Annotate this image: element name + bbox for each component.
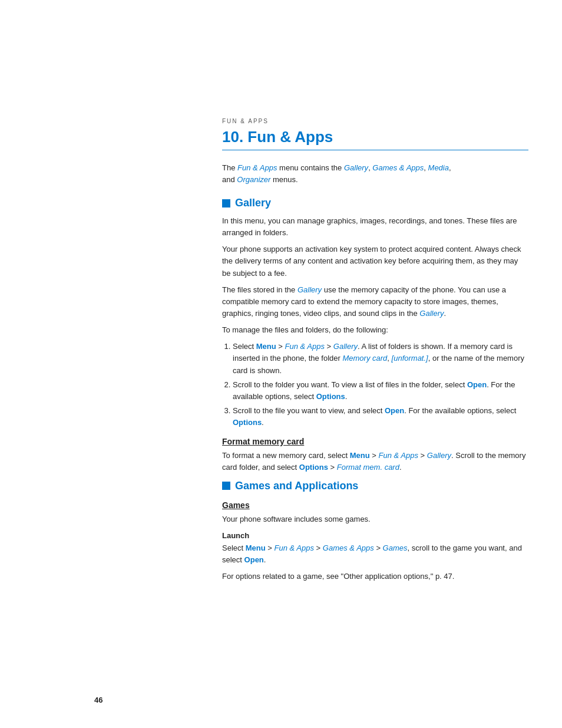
gallery-list: Select Menu > Fun & Apps > Gallery. A li… bbox=[233, 341, 528, 429]
li3-open[interactable]: Open bbox=[385, 406, 404, 415]
gallery-heading-text: Gallery bbox=[235, 197, 271, 209]
li2-end: . bbox=[345, 392, 348, 401]
li2-prefix: Scroll to the folder you want. To view a… bbox=[233, 380, 467, 389]
li1-sep2: > bbox=[325, 342, 333, 351]
li3-end: . bbox=[262, 418, 264, 427]
list-item-1: Select Menu > Fun & Apps > Gallery. A li… bbox=[233, 341, 528, 376]
gallery-para4: To manage the files and folders, do the … bbox=[222, 324, 528, 336]
fmt-format-memcard[interactable]: Format mem. card bbox=[337, 463, 399, 472]
li1-menu[interactable]: Menu bbox=[256, 342, 276, 351]
gallery-para2: Your phone supports an activation key sy… bbox=[222, 243, 528, 279]
launch-note: For options related to a game, see "Othe… bbox=[222, 571, 528, 582]
launch-end: . bbox=[264, 555, 266, 564]
li1-mid: , bbox=[387, 354, 391, 363]
launch-prefix: Select bbox=[222, 543, 246, 552]
launch-menu[interactable]: Menu bbox=[246, 543, 266, 552]
intro-link-media[interactable]: Media bbox=[428, 163, 449, 172]
launch-sep2: > bbox=[314, 543, 323, 552]
intro-text-mid1: menu contains the bbox=[277, 163, 343, 172]
gallery-para3: The files stored in the Gallery use the … bbox=[222, 284, 528, 319]
page: Fun & Apps 10. Fun & Apps The Fun & Apps… bbox=[0, 0, 562, 728]
chapter-title: 10. Fun & Apps bbox=[222, 128, 528, 150]
section-label: Fun & Apps bbox=[222, 118, 528, 124]
games-heading-icon bbox=[222, 482, 230, 490]
li1-prefix: Select bbox=[233, 342, 256, 351]
fmt-sep3: > bbox=[328, 463, 337, 472]
intro-link-gamesapps[interactable]: Games & Apps bbox=[372, 163, 424, 172]
list-item-3: Scroll to the file you want to view, and… bbox=[233, 405, 528, 429]
gallery-section-heading: Gallery bbox=[222, 197, 528, 209]
gallery-para1: In this menu, you can manage graphics, i… bbox=[222, 215, 528, 239]
li3-mid: . For the available options, select bbox=[404, 406, 516, 415]
format-memory-card-heading: Format memory card bbox=[222, 437, 528, 446]
games-heading-text: Games and Applications bbox=[235, 480, 358, 492]
fmt-prefix: To format a new memory card, select bbox=[222, 451, 350, 460]
launch-heading: Launch bbox=[222, 531, 528, 540]
gallery-para3-link1[interactable]: Gallery bbox=[297, 285, 322, 294]
launch-gamesapps[interactable]: Games & Apps bbox=[323, 543, 374, 552]
intro-paragraph: The Fun & Apps menu contains the Gallery… bbox=[222, 162, 528, 185]
li3-options[interactable]: Options bbox=[233, 418, 262, 427]
fmt-menu[interactable]: Menu bbox=[350, 451, 370, 460]
format-memory-card-text: To format a new memory card, select Menu… bbox=[222, 450, 528, 473]
li1-funapps[interactable]: Fun & Apps bbox=[285, 342, 325, 351]
gallery-para3-end: . bbox=[444, 309, 447, 318]
launch-open[interactable]: Open bbox=[244, 555, 264, 564]
li3-prefix: Scroll to the file you want to view, and… bbox=[233, 406, 385, 415]
li1-sep1: > bbox=[276, 342, 285, 351]
launch-sep3: > bbox=[374, 543, 383, 552]
gallery-para3-prefix: The files stored in the bbox=[222, 285, 297, 294]
intro-link-funapps[interactable]: Fun & Apps bbox=[237, 163, 277, 172]
intro-text-mid4: , bbox=[449, 163, 451, 172]
fmt-sep1: > bbox=[370, 451, 379, 460]
games-text: Your phone software includes some games. bbox=[222, 513, 528, 525]
games-subheading: Games bbox=[222, 500, 528, 510]
list-item-2: Scroll to the folder you want. To view a… bbox=[233, 379, 528, 403]
fmt-funapps[interactable]: Fun & Apps bbox=[379, 451, 418, 460]
li1-unformat[interactable]: [unformat.] bbox=[392, 354, 428, 363]
launch-text: Select Menu > Fun & Apps > Games & Apps … bbox=[222, 542, 528, 566]
intro-text-suffix: menus. bbox=[270, 175, 297, 184]
launch-games[interactable]: Games bbox=[383, 543, 408, 552]
launch-funapps[interactable]: Fun & Apps bbox=[275, 543, 314, 552]
fmt-gallery[interactable]: Gallery bbox=[427, 451, 451, 460]
intro-text-prefix: The bbox=[222, 163, 237, 172]
fmt-end: . bbox=[399, 463, 402, 472]
gallery-para3-link2[interactable]: Gallery bbox=[419, 309, 444, 318]
intro-line2-prefix: and bbox=[222, 175, 237, 184]
intro-link-gallery[interactable]: Gallery bbox=[344, 163, 368, 172]
gallery-heading-icon bbox=[222, 199, 230, 207]
games-applications-section-heading: Games and Applications bbox=[222, 480, 528, 492]
li1-gallery[interactable]: Gallery bbox=[333, 342, 358, 351]
li1-memcard[interactable]: Memory card bbox=[342, 354, 387, 363]
li2-options[interactable]: Options bbox=[316, 392, 345, 401]
li2-open[interactable]: Open bbox=[467, 380, 487, 389]
fmt-sep2: > bbox=[418, 451, 427, 460]
fmt-options[interactable]: Options bbox=[299, 463, 328, 472]
intro-sep2: , bbox=[424, 163, 428, 172]
content-area: Fun & Apps 10. Fun & Apps The Fun & Apps… bbox=[222, 0, 528, 634]
page-number: 46 bbox=[94, 696, 103, 704]
intro-link-organizer[interactable]: Organizer bbox=[237, 175, 270, 184]
launch-sep1: > bbox=[266, 543, 275, 552]
